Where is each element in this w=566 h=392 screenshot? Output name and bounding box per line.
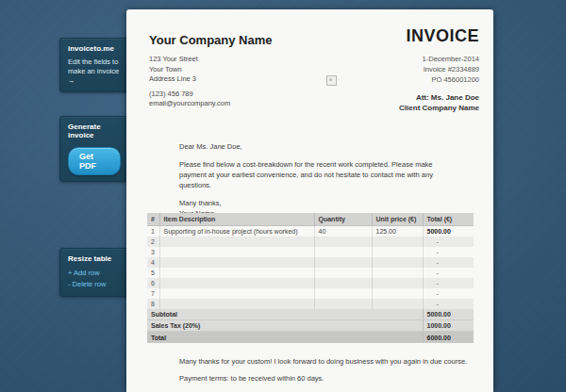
get-pdf-button[interactable]: Get PDF (68, 147, 121, 175)
invoice-number-field[interactable]: Invoice #2334889 (399, 64, 479, 74)
unit-price-cell[interactable] (372, 268, 423, 278)
add-row-link[interactable]: + Add row (68, 268, 121, 279)
salutation-field[interactable]: Dear Ms. Jane Doe, (179, 141, 462, 152)
invoice-meta-block: INVOICE 1-December-2014 Invoice #2334889… (399, 26, 479, 113)
row-number-cell: 6 (147, 278, 159, 288)
invoice-title: INVOICE (399, 26, 479, 45)
letter-block[interactable]: Dear Ms. Jane Doe, Please find below a c… (179, 141, 462, 219)
unit-price-cell[interactable] (372, 237, 423, 247)
company-address-block[interactable]: 123 Your Street Your Town Address Line 3… (149, 55, 230, 109)
footer-thanks-field[interactable]: Many thanks for your custom! I look forw… (179, 356, 472, 367)
table-row: 6 - (147, 278, 474, 288)
row-total-cell: - (423, 299, 474, 309)
col-header-total: Total (€) (423, 213, 474, 226)
row-number-cell: 4 (147, 257, 159, 268)
quantity-cell[interactable] (314, 288, 372, 299)
row-number-cell: 1 (147, 226, 159, 237)
item-description-cell[interactable] (159, 257, 314, 268)
logo-placeholder-icon[interactable] (326, 75, 337, 86)
unit-price-cell[interactable] (372, 288, 423, 299)
email-field[interactable]: email@yourcompany.com (149, 99, 230, 109)
quantity-cell[interactable] (314, 247, 372, 257)
row-number-cell: 3 (147, 247, 159, 257)
footer-block[interactable]: Many thanks for your custom! I look forw… (179, 356, 472, 384)
invoice-date-field[interactable]: 1-December-2014 (399, 54, 479, 64)
total-label: Total (147, 332, 423, 344)
total-row: Total 6000.00 (147, 332, 474, 344)
quantity-cell[interactable] (314, 278, 372, 288)
item-description-cell[interactable] (159, 278, 314, 288)
row-number-cell: 2 (147, 237, 159, 247)
quantity-cell[interactable] (314, 237, 372, 247)
company-name-field[interactable]: Your Company Name (149, 33, 273, 47)
quantity-cell[interactable] (314, 268, 372, 278)
col-header-description: Item Description (159, 213, 314, 226)
item-description-cell[interactable] (159, 268, 314, 278)
generate-heading: Generate invoice (68, 122, 121, 139)
address-line[interactable]: 123 Your Street (149, 55, 230, 65)
table-row: 2 - (147, 237, 474, 247)
total-value: 6000.00 (423, 332, 474, 344)
subtotal-value: 5000.00 (423, 309, 474, 320)
closing-field[interactable]: Many thanks, (179, 198, 462, 208)
item-description-cell[interactable] (159, 299, 314, 309)
tax-value: 1000.00 (423, 320, 474, 332)
panel-generate: Generate invoice Get PDF (59, 116, 129, 182)
subtotal-row: Subtotal 5000.00 (147, 309, 474, 320)
quantity-cell[interactable] (314, 299, 372, 309)
row-total-cell: - (423, 247, 474, 257)
unit-price-cell[interactable] (372, 299, 423, 309)
attention-field[interactable]: Att: Ms. Jane Doe (399, 92, 479, 103)
client-company-field[interactable]: Client Company Name (399, 103, 479, 113)
panel-resize-table: Resize table + Add row - Delete row (59, 248, 129, 297)
row-number-cell: 7 (147, 288, 159, 299)
letter-body-field[interactable]: Please find below a cost-breakdown for t… (179, 159, 458, 190)
phone-field[interactable]: (123) 456 789 (149, 90, 230, 100)
row-number-cell: 5 (147, 268, 159, 278)
item-description-cell[interactable]: Supporting of in-house project (hours wo… (159, 226, 314, 237)
about-text: Edit the fields to make an invoice → (68, 57, 121, 86)
unit-price-cell[interactable] (372, 257, 423, 268)
row-total-cell: - (423, 278, 474, 288)
table-row: 8 - (147, 299, 474, 309)
table-row: 3 - (147, 247, 474, 257)
invoice-items-table: # Item Description Quantity Unit price (… (147, 213, 474, 343)
unit-price-cell[interactable] (372, 278, 423, 288)
row-total-cell: - (423, 288, 474, 299)
row-total-cell: 5000.00 (423, 226, 474, 237)
col-header-quantity: Quantity (314, 213, 372, 226)
col-header-number: # (147, 213, 159, 226)
row-total-cell: - (423, 237, 474, 247)
row-number-cell: 8 (147, 299, 159, 309)
site-logo-link[interactable]: invoiceto.me (68, 44, 121, 53)
resize-heading: Resize table (68, 254, 121, 263)
invoice-table-body: 1 Supporting of in-house project (hours … (147, 226, 474, 310)
item-description-cell[interactable] (159, 247, 314, 257)
po-number-field[interactable]: PO 456001200 (399, 74, 479, 85)
address-line[interactable]: Address Line 3 (149, 74, 230, 85)
unit-price-cell[interactable] (372, 247, 423, 257)
item-description-cell[interactable] (159, 288, 314, 299)
table-header-row: # Item Description Quantity Unit price (… (147, 213, 474, 226)
quantity-cell[interactable]: 40 (314, 226, 372, 237)
quantity-cell[interactable] (314, 257, 372, 268)
tax-row: Sales Tax (20%) 1000.00 (147, 320, 474, 332)
tax-label[interactable]: Sales Tax (20%) (147, 320, 423, 332)
row-total-cell: - (423, 268, 474, 278)
table-row: 5 - (147, 268, 474, 278)
invoice-paper: Your Company Name 123 Your Street Your T… (126, 9, 493, 392)
panel-about: invoiceto.me Edit the fields to make an … (59, 38, 129, 92)
table-row: 4 - (147, 257, 474, 268)
table-row: 7 - (147, 288, 474, 299)
row-total-cell: - (423, 257, 474, 268)
payment-terms-field[interactable]: Payment terms: to be received within 60 … (179, 373, 472, 384)
app-background: invoiceto.me Edit the fields to make an … (0, 0, 566, 392)
col-header-unit-price: Unit price (€) (372, 213, 423, 226)
unit-price-cell[interactable]: 125.00 (372, 226, 423, 237)
subtotal-label: Subtotal (147, 309, 423, 320)
item-description-cell[interactable] (159, 237, 314, 247)
delete-row-link[interactable]: - Delete row (68, 279, 121, 290)
address-line[interactable]: Your Town (149, 65, 230, 75)
table-row: 1 Supporting of in-house project (hours … (147, 226, 474, 237)
